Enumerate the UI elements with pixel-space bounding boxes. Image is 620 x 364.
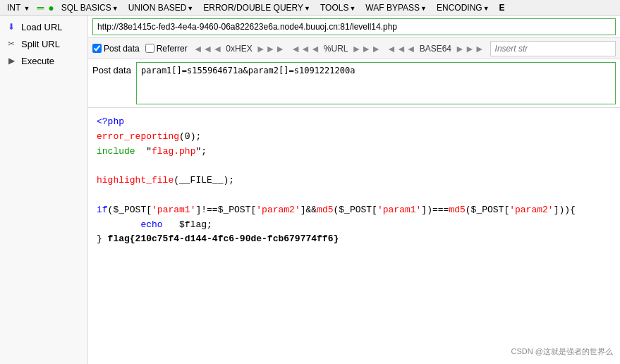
code-line-4: highlight_file(__FILE__); [97,174,612,188]
insert-str-input[interactable] [490,41,616,56]
code-line-1: <?php [97,115,612,130]
referrer-option-label: Referrer [157,44,188,54]
load-url-label: Load URL [21,22,63,32]
percent-url-right-arrow: ►►► [352,43,382,54]
menu-int[interactable]: INT ▼ [3,1,34,14]
error-arrow: ▼ [304,5,310,12]
menu-waf-bypass[interactable]: WAF BYPASS▼ [361,1,431,14]
post-data-label: Post data [92,62,136,75]
url-input[interactable] [92,18,616,35]
menu-encoding[interactable]: ENCODING▼ [432,1,494,14]
sql-basics-arrow: ▼ [112,5,118,12]
oxhex-right-arrow: ►►► [256,43,286,54]
base64-right-arrow: ►►► [455,43,485,54]
menu-union-based[interactable]: UNION BASED▼ [124,1,198,14]
menu-bar: INT ▼ ═ ● SQL BASICS▼ UNION BASED▼ ERROR… [0,0,620,16]
url-row [88,16,620,38]
sidebar-item-load-url[interactable]: ⬇ Load URL [0,18,87,35]
menu-tools[interactable]: TOOLS▼ [316,1,360,14]
code-line-3: include "flag.php"; [97,145,612,159]
post-data-checkbox[interactable] [92,44,102,53]
oxhex-label: 0xHEX [226,44,252,54]
encoding-arrow: ▼ [483,5,490,12]
code-line-5: if($_POST['param1']!==$_POST['param2']&&… [97,203,612,218]
indicator-eq: ═ [37,2,44,13]
percent-url-label: %URL [324,44,348,54]
indicator-dot: ● [48,2,54,13]
base64-label: BASE64 [420,44,451,54]
code-line-7: } flag{210c75f4-d144-4fc6-90de-fcb679774… [97,232,612,247]
post-data-checkbox-label[interactable]: Post data [92,44,140,54]
execute-icon: ▶ [6,55,17,66]
main-container: ⬇ Load URL ✂ Split URL ▶ Execute Post da… [0,16,620,364]
base64-btn[interactable]: ◄◄◄ BASE64 ►►► [387,43,485,54]
post-data-option-label: Post data [104,44,140,54]
tools-arrow: ▼ [349,5,355,12]
menu-sql-basics[interactable]: SQL BASICS▼ [57,1,123,14]
oxhex-btn[interactable]: ◄◄◄ 0xHEX ►►► [193,43,286,54]
split-url-label: Split URL [21,39,60,49]
sidebar-item-execute[interactable]: ▶ Execute [0,52,87,69]
percent-url-left-arrow: ◄◄◄ [291,43,320,54]
content-area: Post data Referrer ◄◄◄ 0xHEX ►►► ◄◄◄ %UR… [88,16,620,364]
post-data-row: Post data param1[]=s155964671a&param2[]=… [88,59,620,108]
sidebar-item-split-url[interactable]: ✂ Split URL [0,35,87,52]
base64-left-arrow: ◄◄◄ [387,43,416,54]
code-line-blank1 [97,159,612,174]
code-line-6: echo $flag; [97,218,612,233]
menu-error-double[interactable]: ERROR/DOUBLE QUERY▼ [199,1,315,14]
menu-more[interactable]: E [495,1,509,14]
options-row: Post data Referrer ◄◄◄ 0xHEX ►►► ◄◄◄ %UR… [88,38,620,59]
code-line-blank2 [97,188,612,203]
load-url-icon: ⬇ [6,21,17,32]
percent-url-btn[interactable]: ◄◄◄ %URL ►►► [291,43,381,54]
int-arrow: ▼ [23,5,30,12]
split-url-icon: ✂ [6,38,17,49]
watermark: CSDN @这就是强者的世界么 [511,346,613,358]
waf-arrow: ▼ [420,5,427,12]
union-based-arrow: ▼ [187,5,193,12]
post-data-textarea[interactable]: param1[]=s155964671a&param2[]=s109122120… [136,62,616,104]
referrer-checkbox-label[interactable]: Referrer [145,44,188,54]
code-line-2: error_reporting(0); [97,130,612,145]
execute-label: Execute [21,56,54,66]
oxhex-left-arrow: ◄◄◄ [193,43,223,54]
referrer-checkbox[interactable] [145,44,154,53]
code-area: <?php error_reporting(0); include "flag.… [88,108,620,364]
sidebar: ⬇ Load URL ✂ Split URL ▶ Execute [0,16,88,364]
